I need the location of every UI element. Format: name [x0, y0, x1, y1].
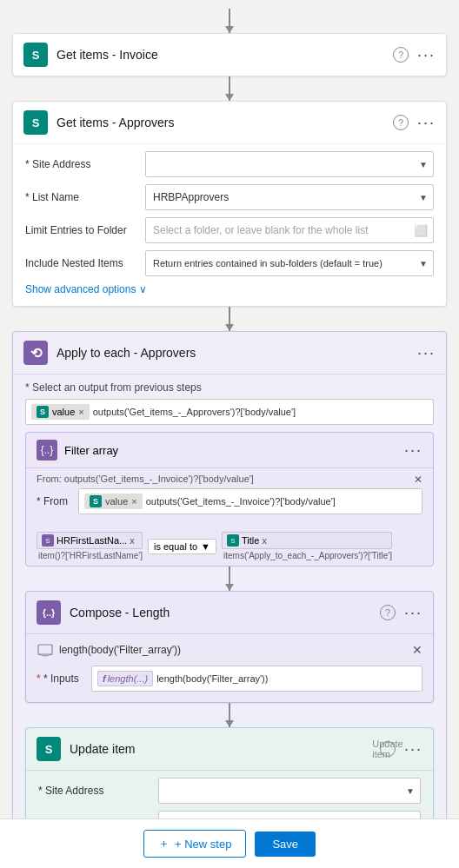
filter-array-header: {..} Filter array ··· [26, 433, 433, 467]
compose-length-card: {..} Compose - Length ? ··· length(body(… [25, 591, 434, 703]
apply-to-each-icon: ⟲ [23, 341, 48, 365]
list-name-input[interactable]: HRBPApprovers ▼ [145, 184, 434, 210]
list-name-row: * List Name HRBPApprovers ▼ [25, 184, 434, 210]
apply-value-token-value: outputs('Get_items_-_Approvers')?['body/… [93, 407, 428, 417]
save-label: Save [272, 838, 298, 851]
limit-entries-folder-icon: ⬜ [414, 224, 428, 237]
filter-left-token: S HRFirstLastNa... x [37, 532, 143, 549]
filter-right-token-container: S Title x items('Apply_to_each_-_Approve… [222, 532, 392, 560]
compose-fx-token: f length(...) [97, 671, 153, 686]
filter-array-icon: {..} [37, 440, 57, 461]
update-item-title: Update item [70, 742, 371, 756]
list-name-label: * List Name [25, 191, 138, 203]
save-button[interactable]: Save [255, 832, 316, 857]
apply-value-token: S value × [31, 404, 90, 420]
site-address-input[interactable]: ▼ [145, 151, 434, 177]
limit-entries-input[interactable]: Select a folder, or leave blank for the … [145, 217, 434, 243]
limit-entries-row: Limit Entries to Folder Select a folder,… [25, 217, 434, 243]
filter-right-token-close[interactable]: x [262, 535, 267, 546]
update-item-more[interactable]: ··· [404, 740, 422, 759]
update-item-help[interactable]: Update item [380, 741, 396, 757]
filter-array-more[interactable]: ··· [404, 441, 422, 460]
filter-from-value-token: S value × [84, 494, 143, 509]
svg-rect-0 [38, 645, 52, 654]
get-items-approvers-more[interactable]: ··· [417, 114, 436, 132]
filter-condition-eq[interactable]: is equal to ▼ [148, 539, 216, 554]
filter-left-token-close[interactable]: x [130, 535, 135, 546]
filter-condition-row: S HRFirstLastNa... x item()?['HRFirstLas… [26, 527, 433, 566]
connector-inner-1 [229, 567, 230, 591]
nested-items-value: Return entries contained in sub-folders … [153, 258, 382, 268]
site-address-label: * Site Address [25, 158, 138, 170]
get-items-approvers-header: S Get items - Approvers ? ··· [13, 102, 446, 143]
apply-to-each-header: ⟲ Apply to each - Approvers ··· [13, 332, 446, 374]
compose-body: length(body('Filter_array')) ✕ * Inputs … [26, 633, 433, 702]
limit-entries-placeholder: Select a folder, or leave blank for the … [153, 224, 368, 236]
approvers-advanced-link[interactable]: Show advanced options ∨ [25, 283, 434, 295]
nested-items-row: Include Nested Items Return entries cont… [25, 250, 434, 276]
apply-value-token-close[interactable]: × [78, 407, 83, 417]
get-items-approvers-help[interactable]: ? [393, 115, 409, 130]
update-site-address-row: * Site Address ▼ [38, 778, 421, 804]
compose-header: {..} Compose - Length ? ··· [26, 592, 433, 633]
new-step-label: + New step [175, 838, 231, 851]
nested-items-label: Include Nested Items [25, 257, 138, 269]
compose-title: Compose - Length [70, 606, 371, 620]
filter-from-token-value: outputs('Get_items_-_Invoice')?['body/va… [146, 496, 416, 507]
apply-to-each-card: ⟲ Apply to each - Approvers ··· * Select… [12, 331, 447, 868]
new-step-icon: ＋ [158, 836, 170, 851]
compose-formula-close[interactable]: ✕ [412, 643, 422, 657]
get-items-invoice-more[interactable]: ··· [417, 46, 436, 64]
approvers-advanced-chevron: ∨ [139, 283, 147, 295]
limit-entries-label: Limit Entries to Folder [25, 224, 138, 236]
filter-condition-eq-arrow: ▼ [201, 541, 210, 552]
update-item-header: S Update item Update item ··· [26, 728, 433, 770]
filter-right-token-label: Title [242, 535, 259, 546]
compose-inputs-token-row[interactable]: f length(...) length(body('Filter_array'… [91, 666, 422, 692]
filter-from-label: From: outputs('Get_items_-_Invoice')?['b… [37, 474, 422, 484]
compose-help[interactable]: ? [380, 605, 396, 620]
get-items-invoice-actions: ? ··· [393, 46, 436, 64]
filter-from-section: ✕ From: outputs('Get_items_-_Invoice')?[… [26, 467, 433, 527]
update-item-icon: S [37, 737, 61, 761]
compose-more[interactable]: ··· [404, 604, 422, 622]
filter-from-row: * From S value × outputs('Get_items_-_In… [37, 488, 422, 514]
site-address-row: * Site Address ▼ [25, 151, 434, 177]
filter-from-close[interactable]: ✕ [414, 474, 422, 486]
new-step-button[interactable]: ＋ + New step [143, 830, 246, 858]
filter-from-token-label: value [105, 496, 128, 507]
nested-items-input[interactable]: Return entries contained in sub-folders … [145, 250, 434, 276]
get-items-invoice-help[interactable]: ? [393, 47, 409, 63]
get-items-invoice-card: S Get items - Invoice ? ··· [12, 33, 447, 76]
compose-inputs-label: * Inputs [37, 673, 84, 685]
connector-1 [229, 76, 230, 101]
site-address-arrow: ▼ [419, 160, 428, 169]
filter-condition-eq-label: is equal to [154, 541, 197, 552]
update-site-address-input[interactable]: ▼ [158, 778, 421, 804]
compose-inputs-value: length(body('Filter_array')) [156, 673, 268, 684]
list-name-arrow: ▼ [419, 193, 428, 202]
nested-items-arrow: ▼ [419, 259, 428, 268]
filter-from-token-close[interactable]: × [131, 496, 136, 507]
select-output-label: * Select an output from previous steps [25, 381, 434, 394]
approvers-advanced-text: Show advanced options [25, 283, 136, 295]
filter-left-token-sub: item()?['HRFirstLastName'] [37, 551, 143, 560]
connector-top [229, 9, 230, 33]
connector-inner-2 [229, 703, 230, 727]
compose-inputs-row: * Inputs f length(...) length(body('Filt… [37, 666, 422, 692]
filter-right-token-sub: items('Apply_to_each_-_Approvers')?['Tit… [222, 551, 392, 560]
apply-value-token-label: value [52, 407, 75, 417]
apply-to-each-more[interactable]: ··· [417, 344, 436, 362]
apply-select-token-row[interactable]: S value × outputs('Get_items_-_Approvers… [25, 399, 434, 425]
update-item-actions: Update item ··· [380, 740, 422, 759]
get-items-invoice-icon: S [23, 43, 48, 67]
filter-from-token-icon: S [90, 495, 102, 507]
get-items-approvers-body: * Site Address ▼ * List Name HRBPApprove… [13, 143, 446, 306]
filter-left-token-icon: S [42, 534, 54, 547]
get-items-invoice-header: S Get items - Invoice ? ··· [13, 34, 446, 76]
get-items-approvers-card: S Get items - Approvers ? ··· * Site Add… [12, 101, 447, 307]
filter-from-token-row[interactable]: S value × outputs('Get_items_-_Invoice')… [78, 488, 422, 514]
connector-2 [229, 307, 230, 331]
list-name-value: HRBPApprovers [153, 191, 229, 203]
filter-left-token-label: HRFirstLastNa... [57, 535, 127, 546]
